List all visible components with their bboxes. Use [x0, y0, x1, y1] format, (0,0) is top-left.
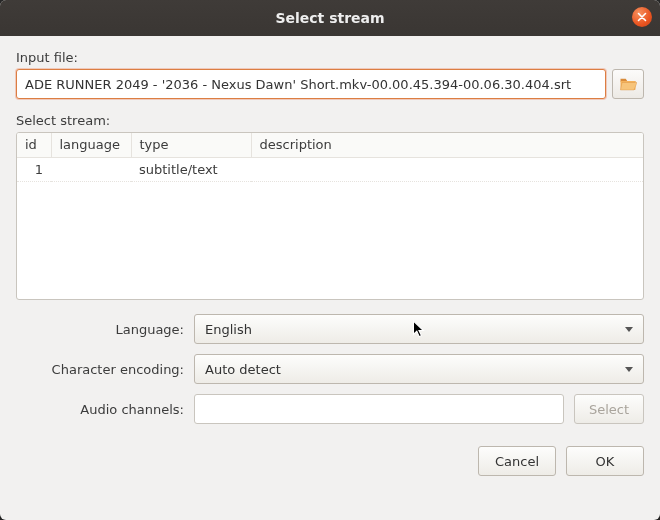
table-row[interactable]: 1 subtitle/text [17, 157, 643, 181]
stream-section: Select stream: id language type descript… [16, 113, 644, 300]
cancel-button[interactable]: Cancel [478, 446, 556, 476]
cell-description [251, 157, 643, 181]
audio-channels-field[interactable] [194, 394, 564, 424]
browse-button[interactable] [612, 69, 644, 99]
close-button[interactable] [632, 7, 652, 27]
encoding-combo[interactable]: Auto detect [194, 354, 644, 384]
column-type[interactable]: type [131, 133, 251, 157]
folder-icon [619, 76, 637, 92]
encoding-label: Character encoding: [24, 362, 184, 377]
language-label: Language: [24, 322, 184, 337]
audio-select-button: Select [574, 394, 644, 424]
dialog-window: Select stream Input file: Select stream: [0, 0, 660, 520]
cell-type: subtitle/text [131, 157, 251, 181]
cell-id: 1 [17, 157, 51, 181]
audio-channels-label: Audio channels: [24, 402, 184, 417]
window-title: Select stream [275, 10, 384, 26]
stream-table: id language type description 1 subtitle/… [17, 133, 643, 182]
language-combo[interactable]: English [194, 314, 644, 344]
titlebar: Select stream [0, 0, 660, 36]
language-value: English [205, 322, 625, 337]
options-grid: Language: English Character encoding: Au… [24, 314, 644, 424]
dialog-content: Input file: Select stream: id language [0, 36, 660, 488]
column-id[interactable]: id [17, 133, 51, 157]
column-description[interactable]: description [251, 133, 643, 157]
input-file-row [16, 69, 644, 99]
encoding-value: Auto detect [205, 362, 625, 377]
cell-language [51, 157, 131, 181]
close-icon [637, 12, 647, 22]
select-stream-label: Select stream: [16, 113, 644, 128]
chevron-down-icon [625, 327, 633, 332]
input-file-label: Input file: [16, 50, 644, 65]
ok-button[interactable]: OK [566, 446, 644, 476]
table-header-row: id language type description [17, 133, 643, 157]
button-bar: Cancel OK [16, 444, 644, 476]
input-file-field[interactable] [16, 69, 606, 99]
column-language[interactable]: language [51, 133, 131, 157]
chevron-down-icon [625, 367, 633, 372]
stream-table-container[interactable]: id language type description 1 subtitle/… [16, 132, 644, 300]
